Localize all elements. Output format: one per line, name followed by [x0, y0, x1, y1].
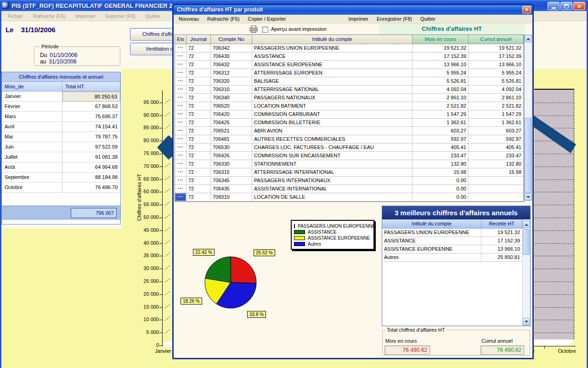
main-menu-item-fichier[interactable]: Fichier — [3, 13, 28, 19]
dialog-menu-item-nouveau[interactable]: Nouveau — [175, 16, 203, 22]
table-row[interactable]: ***72706530CHARGES LOC. FACTUREES - CHAU… — [175, 144, 524, 152]
date-value: 31/10/2006 — [21, 26, 56, 34]
journal-cell: 72 — [187, 110, 211, 119]
monthly-row[interactable]: Août64 964.68 — [2, 162, 120, 172]
table-row[interactable]: ***72706342PASSAGERS UNION EUROPEENNE19 … — [175, 44, 524, 52]
top3-row[interactable]: ASSISTANCE17 152.39 — [382, 237, 530, 245]
scroll-down-button[interactable] — [525, 193, 531, 201]
scrollbar-thumb[interactable] — [525, 118, 531, 193]
table-row[interactable]: ***72706312ATTERRISSAGE EUROPEEN5 955.24… — [175, 69, 524, 77]
monthly-row[interactable]: Mars75 695.37 — [2, 112, 120, 122]
table-row[interactable]: ***72706345PASSAGERS INTERNATIONAUX0.00 — [175, 177, 524, 185]
y-tick-label: 15 000 — [131, 304, 159, 310]
dialog-menu-item-copier-exporter[interactable]: Copier / Exporter — [243, 16, 290, 22]
monthly-row[interactable]: Juin97 522.09 — [2, 142, 120, 152]
wall-gridline — [534, 115, 574, 116]
dialog-close-button[interactable]: × — [522, 6, 531, 13]
top3-row[interactable]: PASSAGERS UNION EUROPEENNE19 521.32 — [382, 229, 530, 237]
table-row[interactable]: ***72706435ASSISTANCE INTERNATIONAL0.00 — [175, 185, 524, 193]
intitule-cell: ASSISTANCE INTERNATIONAL — [252, 185, 413, 193]
monthly-row[interactable]: Juillet91 081.38 — [2, 152, 120, 162]
table-row[interactable]: ***72706425COMMISSION BILLETTERIE1 362.6… — [175, 119, 524, 127]
close-button[interactable]: × — [573, 2, 585, 10]
monthly-row[interactable]: Janvier80 250.63 — [2, 92, 120, 102]
main-menu-item-quitter[interactable]: Quitter — [141, 13, 166, 19]
mois-cell: 1 547.29 — [413, 110, 469, 119]
accounts-table-header: EtsJournalCompte NoIntitulé du compteMoi… — [175, 35, 524, 44]
table-row[interactable]: ***72708310LOCATION DE SALLE0.00 — [175, 193, 524, 201]
journal-cell: 72 — [187, 61, 211, 69]
pie-chart — [201, 253, 260, 312]
legend-item: PASSAGERS UNION EUROPEENNE — [294, 223, 371, 229]
maximize-button[interactable] — [560, 2, 572, 10]
monthly-row[interactable]: Septembre88 184.98 — [2, 172, 120, 183]
table-row[interactable]: ***72706481AUTRES RECETTES COMMERCIALES5… — [175, 135, 524, 144]
cumul-cell: 15.98 — [469, 168, 524, 177]
monthly-row[interactable]: Mai79 787.75 — [2, 132, 120, 142]
table-row[interactable]: ***72706320BALISAGE5 526.815 526.81 — [175, 77, 524, 86]
pie-pct-label: 18.26 % — [181, 298, 202, 305]
accounts-col-header: Mois en cours — [413, 35, 469, 44]
table-row[interactable]: ***72706426COMMISSION SUR ENCAISSEMENT23… — [175, 152, 524, 160]
table-row[interactable]: ***72706315ATTERRISSAGE INTERNATIONAL15.… — [175, 168, 524, 177]
scroll-up-button[interactable] — [525, 35, 531, 42]
top3-panel: 3 meilleurs chiffres d'affaires annuels … — [382, 206, 531, 326]
journal-cell: 72 — [187, 185, 211, 193]
dialog-menu-item-enregistrer-f8-[interactable]: Enregistrer (F8) — [373, 16, 416, 22]
intitule-cell: COMMISSION BILLETTERIE — [252, 119, 413, 127]
y-tick-mark — [159, 269, 162, 269]
scroll-down-button[interactable] — [523, 318, 530, 325]
au-value: 31/10/2006 — [49, 58, 76, 65]
intitule-cell: STATIONNEMENT — [252, 160, 413, 168]
monthly-row[interactable]: Février67 868.53 — [2, 102, 120, 112]
date-label: Le — [6, 26, 14, 34]
monthly-month-cell: Mai — [2, 132, 62, 142]
scroll-up-button[interactable] — [523, 221, 530, 228]
journal-cell: 72 — [187, 94, 211, 102]
scroll-up-icon — [525, 224, 528, 226]
dialog-menu-item-quitter[interactable]: Quitter — [416, 16, 440, 22]
journal-cell: 72 — [187, 119, 211, 127]
monthly-value-cell: 97 522.09 — [62, 142, 120, 152]
table-row[interactable]: ***72706330STATIONNEMENT132.80132.80 — [175, 160, 524, 168]
monthly-value-cell: 75 695.37 — [62, 112, 120, 122]
table-row[interactable]: ***72706340PASSAGERS NATIONAUX2 861.102 … — [175, 94, 524, 102]
main-menu-item-exporter-f8-[interactable]: Exporter (F8) — [101, 13, 141, 19]
monthly-col-total: Total HT — [62, 82, 120, 92]
table-row[interactable]: ***72706310ATTERRISSAGE NATIONAL4 092.04… — [175, 86, 524, 94]
total-mois-label: Mois en cours — [385, 338, 417, 344]
printer-icon[interactable] — [249, 25, 258, 33]
main-menu-item-imprimer[interactable]: Imprimer — [70, 13, 100, 19]
monthly-value-cell: 67 868.53 — [62, 102, 120, 112]
table-row[interactable]: ***72706520LOCATION BATIMENT2 521.822 52… — [175, 102, 524, 110]
table-row[interactable]: ***72706521ABRI AVION603.27603.27 — [175, 127, 524, 135]
table-row[interactable]: ***72706430ASSISTANCE17 152.3917 152.39 — [175, 52, 524, 61]
table-row[interactable]: ***72706420COMMISSION CARBURANT1 547.291… — [175, 110, 524, 119]
monthly-row[interactable]: Avril74 154.41 — [2, 122, 120, 132]
top3-row[interactable]: Autres25 850.81 — [382, 253, 530, 262]
main-menu-item-rafraichir-f5-[interactable]: Rafraichir (F5) — [28, 13, 70, 19]
ets-cell: *** — [175, 94, 187, 102]
dialog-menu-item-rafraichir-f5-[interactable]: Rafraichir (F5) — [203, 16, 243, 22]
cumul-cell: 132.80 — [469, 160, 524, 168]
mois-cell: 19 521.32 — [413, 44, 469, 52]
scrollbar-thumb[interactable] — [523, 229, 530, 255]
monthly-row[interactable]: Octobre76 496.70 — [2, 183, 120, 193]
top3-scrollbar[interactable] — [522, 220, 530, 326]
du-label: Du — [40, 52, 47, 58]
monthly-month-cell: Juin — [2, 142, 62, 152]
dialog-menu-item-imprimer[interactable]: Imprimer — [345, 16, 373, 22]
accounts-table-scrollbar[interactable] — [524, 34, 532, 201]
minimize-button[interactable] — [548, 2, 560, 10]
legend-label: ASSISTANCE EUROPEENNE — [308, 236, 370, 241]
ets-cell: *** — [175, 168, 187, 177]
y-tick-mark — [159, 320, 162, 320]
preview-checkbox[interactable] — [262, 27, 268, 33]
y-tick-mark — [159, 205, 162, 205]
top3-table-header: Intitulé du compte Recette HT — [382, 219, 530, 229]
top3-row[interactable]: ASSISTANCE EUROPEENNE13 966.10 — [382, 245, 530, 253]
table-row[interactable]: ***72706432ASSISTANCE EUROPEENNE13 966.1… — [175, 61, 524, 69]
intitule-cell: CHARGES LOC. FACTUREES - CHAUFFAGE / EAU — [252, 144, 413, 152]
wall-gridline — [534, 333, 574, 333]
legend-item: ASSISTANCE — [294, 229, 371, 235]
